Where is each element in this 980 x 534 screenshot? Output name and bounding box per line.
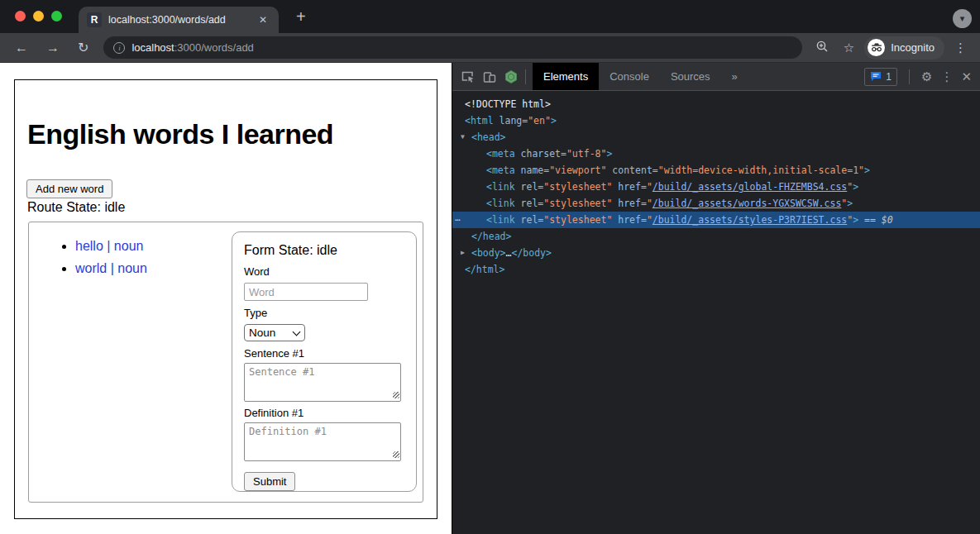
incognito-badge: Incognito	[864, 36, 944, 60]
route-state-text: Route State: idle	[27, 200, 125, 215]
tab-close-icon[interactable]: ✕	[256, 12, 270, 27]
words-list: hello | nounworld | noun	[49, 239, 147, 284]
incognito-label: Incognito	[891, 41, 935, 54]
forward-button[interactable]: →	[40, 41, 66, 55]
tab-search-chevron-button[interactable]: ▾	[953, 9, 972, 28]
dom-tree-line[interactable]: <link rel="stylesheet" href="/build/_ass…	[452, 195, 980, 212]
devtools-tab-sources[interactable]: Sources	[660, 63, 721, 90]
close-window-button[interactable]	[15, 11, 26, 21]
syntax-token: == $0	[858, 214, 893, 226]
minimize-window-button[interactable]	[33, 11, 44, 21]
syntax-token: >	[551, 115, 557, 126]
syntax-token: </head>	[471, 231, 511, 242]
words-panel: hello | nounworld | noun Form State: idl…	[28, 222, 423, 503]
devtools-tab-elements[interactable]: Elements	[533, 63, 599, 90]
syntax-token: rel=	[515, 181, 544, 193]
url-text[interactable]: localhost:3000/words/add	[131, 41, 253, 54]
dom-tree-line[interactable]: <link rel="stylesheet" href="/build/_ass…	[452, 179, 980, 195]
reload-button[interactable]: ↻	[71, 40, 95, 55]
sentence-textarea[interactable]	[244, 363, 401, 402]
sentence-label: Sentence #1	[244, 347, 404, 360]
new-tab-button[interactable]: +	[291, 7, 311, 26]
devtools-tab-console[interactable]: Console	[599, 63, 660, 90]
url-path: :3000/words/add	[174, 41, 254, 54]
form-state-text: Form State: idle	[244, 243, 404, 258]
word-label: Word	[244, 265, 404, 278]
syntax-token: "viewport"	[549, 164, 606, 176]
submit-button[interactable]: Submit	[244, 472, 295, 491]
syntax-token: /build/_assets/global-FHZEMBS4.css	[653, 181, 847, 193]
settings-gear-icon[interactable]: ⚙	[921, 69, 932, 84]
dom-tree-line[interactable]: <meta charset="utf-8">	[452, 145, 980, 162]
syntax-token: <meta	[486, 164, 515, 176]
expand-arrow-open-icon[interactable]: ▼	[461, 129, 465, 145]
syntax-token: >	[864, 164, 870, 176]
browser-menu-kebab-icon[interactable]: ⋮	[949, 41, 972, 55]
remix-favicon-icon: R	[87, 12, 102, 27]
syntax-token: "stylesheet"	[543, 198, 612, 209]
back-button[interactable]: ←	[8, 41, 35, 55]
console-messages-button[interactable]: 1	[864, 68, 897, 86]
page-title: English words I learned	[27, 118, 333, 150]
syntax-token: <!DOCTYPE html>	[465, 98, 551, 110]
syntax-token: "	[647, 181, 653, 193]
syntax-token: charset=	[515, 148, 566, 160]
expand-arrow-closed-icon[interactable]: ▶	[461, 245, 465, 261]
node-overflow-dots-icon[interactable]: …	[455, 210, 460, 226]
type-select[interactable]: Noun	[244, 324, 305, 341]
syntax-token: "stylesheet"	[543, 181, 612, 193]
syntax-token: <html	[465, 115, 494, 126]
url-host: localhost	[131, 41, 174, 54]
speech-bubble-icon	[870, 71, 882, 82]
close-devtools-icon[interactable]: ✕	[961, 69, 972, 84]
dom-tree-line[interactable]: ▼<head>	[452, 129, 980, 145]
incognito-icon	[868, 39, 885, 56]
definition-textarea-wrap	[244, 422, 401, 461]
syntax-token: rel=	[515, 214, 544, 226]
zoom-magnifier-icon[interactable]	[810, 40, 834, 55]
syntax-token: /build/_assets/words-YGXSWCSW.css	[653, 198, 841, 209]
dom-tree-line[interactable]: </html>	[452, 261, 980, 278]
syntax-token: <meta	[486, 148, 515, 160]
word-input[interactable]	[244, 283, 368, 301]
address-bar[interactable]: i localhost:3000/words/add	[103, 36, 801, 59]
syntax-token: href=	[612, 198, 647, 209]
inspect-element-icon[interactable]	[457, 66, 479, 88]
devtools-toolbar: ElementsConsoleSources» 1 ⚙ ⋮ ✕	[452, 63, 980, 91]
devtools-toolbar-right: 1 ⚙ ⋮ ✕	[864, 68, 980, 86]
extension-hexagon-icon[interactable]	[500, 66, 522, 88]
syntax-token: >	[853, 181, 858, 193]
web-page: English words I learned Add new word Rou…	[0, 63, 452, 534]
add-new-word-button[interactable]: Add new word	[26, 179, 112, 198]
syntax-token: </body>	[511, 247, 551, 259]
app-container: English words I learned Add new word Rou…	[14, 79, 437, 519]
dom-tree-line[interactable]: …<link rel="stylesheet" href="/build/_as…	[452, 212, 980, 228]
dom-tree-line[interactable]: <!DOCTYPE html>	[452, 96, 980, 112]
devtools-menu-kebab-icon[interactable]: ⋮	[940, 69, 953, 84]
syntax-token: href=	[612, 181, 647, 193]
syntax-token: "utf-8"	[566, 148, 606, 160]
maximize-window-button[interactable]	[51, 11, 62, 21]
dom-tree-line[interactable]: <meta name="viewport" content="width=dev…	[452, 162, 980, 179]
dom-tree-line[interactable]: <html lang="en">	[452, 112, 980, 129]
word-list-item: world | noun	[75, 261, 147, 276]
definition-textarea[interactable]	[244, 422, 401, 461]
browser-tab[interactable]: R localhost:3000/words/add ✕	[79, 7, 279, 33]
syntax-token: "en"	[528, 115, 551, 126]
devtools-panel: ElementsConsoleSources» 1 ⚙ ⋮ ✕ <!DOCTYP…	[452, 63, 980, 534]
bookmark-star-icon[interactable]: ☆	[839, 41, 859, 55]
dom-tree-line[interactable]: ▶<body>…</body>	[452, 245, 980, 261]
syntax-token: lang=	[494, 115, 528, 126]
syntax-token: href=	[612, 214, 647, 226]
toolbar-divider	[909, 69, 910, 84]
word-link[interactable]: hello | noun	[75, 239, 143, 253]
word-link[interactable]: world | noun	[75, 261, 147, 275]
definition-label: Definition #1	[244, 407, 404, 419]
syntax-token: </html>	[465, 264, 504, 275]
type-select-wrap: Noun	[244, 324, 305, 341]
site-info-icon[interactable]: i	[113, 42, 125, 54]
syntax-token: >	[847, 198, 853, 209]
device-toolbar-icon[interactable]	[479, 66, 500, 88]
more-tabs-button[interactable]: »	[721, 63, 748, 90]
dom-tree-line[interactable]: </head>	[452, 228, 980, 245]
